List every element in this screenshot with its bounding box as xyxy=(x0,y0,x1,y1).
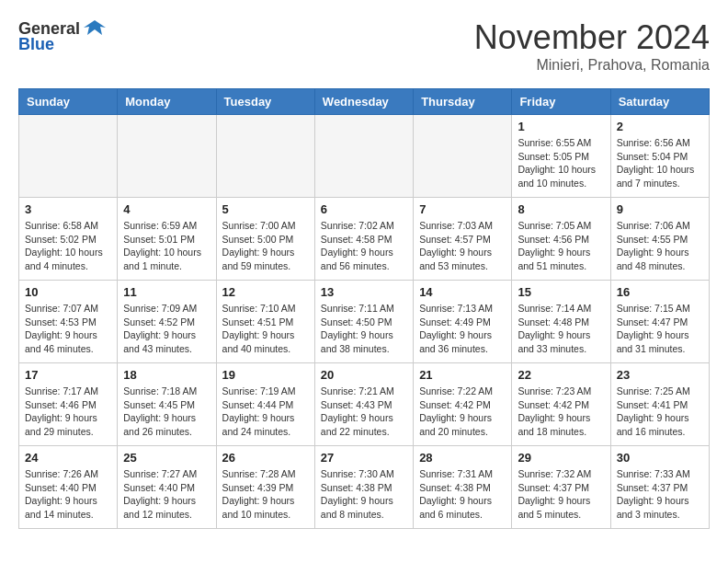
calendar-cell: 13Sunrise: 7:11 AM Sunset: 4:50 PM Dayli… xyxy=(314,281,413,363)
day-info: Sunrise: 7:05 AM Sunset: 4:56 PM Dayligh… xyxy=(518,219,604,273)
day-number: 5 xyxy=(222,202,309,216)
calendar-cell xyxy=(19,115,118,198)
day-info: Sunrise: 7:11 AM Sunset: 4:50 PM Dayligh… xyxy=(321,302,407,356)
day-number: 8 xyxy=(518,202,604,216)
calendar-cell xyxy=(314,115,413,198)
day-info: Sunrise: 7:26 AM Sunset: 4:40 PM Dayligh… xyxy=(25,467,111,522)
day-number: 25 xyxy=(123,451,210,465)
col-wednesday: Wednesday xyxy=(314,89,413,115)
calendar-cell: 23Sunrise: 7:25 AM Sunset: 4:41 PM Dayli… xyxy=(610,363,709,446)
calendar-cell: 21Sunrise: 7:22 AM Sunset: 4:42 PM Dayli… xyxy=(414,363,512,446)
day-info: Sunrise: 7:31 AM Sunset: 4:38 PM Dayligh… xyxy=(419,467,506,522)
day-info: Sunrise: 7:17 AM Sunset: 4:46 PM Dayligh… xyxy=(25,385,111,439)
day-info: Sunrise: 7:23 AM Sunset: 4:42 PM Dayligh… xyxy=(518,385,604,439)
day-number: 14 xyxy=(419,285,506,299)
day-info: Sunrise: 7:02 AM Sunset: 4:58 PM Dayligh… xyxy=(321,219,407,273)
logo: General Blue xyxy=(18,18,108,54)
day-number: 26 xyxy=(222,451,309,465)
logo-bird-icon xyxy=(82,18,108,39)
day-number: 2 xyxy=(617,120,703,133)
calendar-cell: 30Sunrise: 7:33 AM Sunset: 4:37 PM Dayli… xyxy=(610,446,709,529)
calendar-cell: 6Sunrise: 7:02 AM Sunset: 4:58 PM Daylig… xyxy=(314,198,413,281)
calendar-cell: 14Sunrise: 7:13 AM Sunset: 4:49 PM Dayli… xyxy=(414,281,512,363)
day-info: Sunrise: 7:14 AM Sunset: 4:48 PM Dayligh… xyxy=(518,302,604,356)
calendar-cell: 7Sunrise: 7:03 AM Sunset: 4:57 PM Daylig… xyxy=(414,198,512,281)
day-number: 12 xyxy=(222,285,309,299)
calendar-cell: 12Sunrise: 7:10 AM Sunset: 4:51 PM Dayli… xyxy=(216,281,314,363)
day-number: 28 xyxy=(419,451,506,465)
day-info: Sunrise: 7:13 AM Sunset: 4:49 PM Dayligh… xyxy=(419,302,506,356)
day-number: 1 xyxy=(518,120,604,133)
calendar-cell: 26Sunrise: 7:28 AM Sunset: 4:39 PM Dayli… xyxy=(216,446,314,529)
day-info: Sunrise: 7:22 AM Sunset: 4:42 PM Dayligh… xyxy=(419,385,506,439)
day-info: Sunrise: 6:55 AM Sunset: 5:05 PM Dayligh… xyxy=(518,136,604,190)
day-info: Sunrise: 7:03 AM Sunset: 4:57 PM Dayligh… xyxy=(419,219,506,273)
day-number: 3 xyxy=(25,202,111,216)
calendar-cell: 20Sunrise: 7:21 AM Sunset: 4:43 PM Dayli… xyxy=(314,363,413,446)
day-number: 10 xyxy=(25,285,111,299)
day-info: Sunrise: 6:58 AM Sunset: 5:02 PM Dayligh… xyxy=(25,219,111,273)
day-info: Sunrise: 7:32 AM Sunset: 4:37 PM Dayligh… xyxy=(518,467,604,522)
day-info: Sunrise: 7:07 AM Sunset: 4:53 PM Dayligh… xyxy=(25,302,111,356)
day-number: 30 xyxy=(617,451,703,465)
col-sunday: Sunday xyxy=(19,89,118,115)
day-number: 6 xyxy=(321,202,407,216)
day-info: Sunrise: 6:59 AM Sunset: 5:01 PM Dayligh… xyxy=(123,219,210,273)
calendar-cell: 2Sunrise: 6:56 AM Sunset: 5:04 PM Daylig… xyxy=(610,115,709,198)
day-info: Sunrise: 7:25 AM Sunset: 4:41 PM Dayligh… xyxy=(617,385,703,439)
day-number: 7 xyxy=(419,202,506,216)
col-tuesday: Tuesday xyxy=(216,89,314,115)
day-number: 4 xyxy=(123,202,210,216)
day-info: Sunrise: 7:33 AM Sunset: 4:37 PM Dayligh… xyxy=(617,467,703,522)
col-saturday: Saturday xyxy=(610,89,709,115)
week-row-4: 17Sunrise: 7:17 AM Sunset: 4:46 PM Dayli… xyxy=(19,363,710,446)
day-info: Sunrise: 7:18 AM Sunset: 4:45 PM Dayligh… xyxy=(123,385,210,439)
calendar-cell: 15Sunrise: 7:14 AM Sunset: 4:48 PM Dayli… xyxy=(512,281,610,363)
logo-blue: Blue xyxy=(18,35,54,54)
calendar-cell: 18Sunrise: 7:18 AM Sunset: 4:45 PM Dayli… xyxy=(118,363,216,446)
day-number: 27 xyxy=(321,451,407,465)
calendar-cell: 11Sunrise: 7:09 AM Sunset: 4:52 PM Dayli… xyxy=(118,281,216,363)
calendar-cell: 25Sunrise: 7:27 AM Sunset: 4:40 PM Dayli… xyxy=(118,446,216,529)
day-info: Sunrise: 7:30 AM Sunset: 4:38 PM Dayligh… xyxy=(321,467,407,522)
header-row: Sunday Monday Tuesday Wednesday Thursday… xyxy=(19,89,710,115)
col-thursday: Thursday xyxy=(414,89,512,115)
day-info: Sunrise: 6:56 AM Sunset: 5:04 PM Dayligh… xyxy=(617,136,703,190)
calendar-cell: 10Sunrise: 7:07 AM Sunset: 4:53 PM Dayli… xyxy=(19,281,118,363)
calendar-cell: 24Sunrise: 7:26 AM Sunset: 4:40 PM Dayli… xyxy=(19,446,118,529)
calendar-cell: 19Sunrise: 7:19 AM Sunset: 4:44 PM Dayli… xyxy=(216,363,314,446)
calendar-table: Sunday Monday Tuesday Wednesday Thursday… xyxy=(18,88,710,529)
calendar-cell: 17Sunrise: 7:17 AM Sunset: 4:46 PM Dayli… xyxy=(19,363,118,446)
calendar-cell: 27Sunrise: 7:30 AM Sunset: 4:38 PM Dayli… xyxy=(314,446,413,529)
day-number: 24 xyxy=(25,451,111,465)
svg-marker-0 xyxy=(84,20,106,35)
calendar-cell xyxy=(118,115,216,198)
calendar-cell: 22Sunrise: 7:23 AM Sunset: 4:42 PM Dayli… xyxy=(512,363,610,446)
calendar-cell: 16Sunrise: 7:15 AM Sunset: 4:47 PM Dayli… xyxy=(610,281,709,363)
week-row-3: 10Sunrise: 7:07 AM Sunset: 4:53 PM Dayli… xyxy=(19,281,710,363)
day-number: 20 xyxy=(321,368,407,382)
day-info: Sunrise: 7:10 AM Sunset: 4:51 PM Dayligh… xyxy=(222,302,309,356)
col-monday: Monday xyxy=(118,89,216,115)
calendar-cell: 29Sunrise: 7:32 AM Sunset: 4:37 PM Dayli… xyxy=(512,446,610,529)
week-row-2: 3Sunrise: 6:58 AM Sunset: 5:02 PM Daylig… xyxy=(19,198,710,281)
week-row-1: 1Sunrise: 6:55 AM Sunset: 5:05 PM Daylig… xyxy=(19,115,710,198)
day-number: 21 xyxy=(419,368,506,382)
location: Minieri, Prahova, Romania xyxy=(474,57,710,74)
day-number: 19 xyxy=(222,368,309,382)
day-info: Sunrise: 7:28 AM Sunset: 4:39 PM Dayligh… xyxy=(222,467,309,522)
day-number: 18 xyxy=(123,368,210,382)
day-number: 22 xyxy=(518,368,604,382)
day-number: 23 xyxy=(617,368,703,382)
calendar-cell xyxy=(216,115,314,198)
day-info: Sunrise: 7:19 AM Sunset: 4:44 PM Dayligh… xyxy=(222,385,309,439)
calendar-cell: 8Sunrise: 7:05 AM Sunset: 4:56 PM Daylig… xyxy=(512,198,610,281)
day-number: 9 xyxy=(617,202,703,216)
calendar-cell: 5Sunrise: 7:00 AM Sunset: 5:00 PM Daylig… xyxy=(216,198,314,281)
title-area: November 2024 Minieri, Prahova, Romania xyxy=(474,18,710,74)
calendar-cell xyxy=(414,115,512,198)
day-number: 17 xyxy=(25,368,111,382)
day-number: 16 xyxy=(617,285,703,299)
day-number: 29 xyxy=(518,451,604,465)
day-number: 13 xyxy=(321,285,407,299)
